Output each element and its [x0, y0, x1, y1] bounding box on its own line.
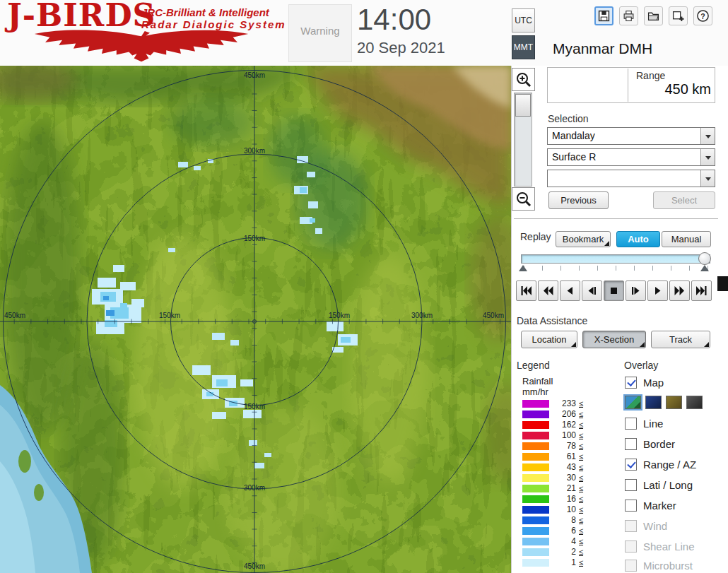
print-button[interactable] [619, 6, 638, 25]
folder-icon [647, 10, 659, 22]
svg-text:450km: 450km [483, 312, 504, 319]
range-value: 450 km [629, 81, 711, 98]
lati-long-checkbox[interactable] [625, 479, 637, 491]
site-select-value: Mandalay [548, 128, 700, 144]
extra-select-value [548, 170, 700, 187]
play-backward-button[interactable] [560, 280, 580, 301]
legend-color-swatch [522, 410, 549, 418]
svg-text:150km: 150km [159, 312, 180, 319]
range-az-checkbox[interactable] [625, 459, 637, 471]
jbirds-app-window: J-BIRDS JRC-Brilliant & Intelligent Rada… [0, 0, 728, 573]
legend-color-swatch [522, 453, 549, 461]
range-box-divider [628, 69, 628, 102]
radar-map[interactable]: 450km 300km 150km 150km 300km 450km 450k… [0, 66, 511, 573]
legend-color-swatch [522, 559, 549, 567]
zoom-in-button[interactable] [512, 68, 535, 91]
legend-color-swatch [522, 442, 549, 450]
step-forward-button[interactable] [626, 280, 646, 301]
xsection-button[interactable]: X-Section [582, 331, 646, 348]
track-button[interactable]: Track [651, 331, 710, 348]
svg-text:150km: 150km [244, 235, 265, 242]
legend-quantity: Rainfall [522, 376, 553, 386]
replay-section-label: Replay [520, 231, 551, 242]
stop-button[interactable] [604, 280, 624, 301]
select-button[interactable]: Select [653, 191, 715, 209]
tagline-line1: JRC-Brilliant & Intelligent [141, 6, 286, 18]
warning-button[interactable]: Warning [288, 4, 352, 62]
overlay-row-marker[interactable]: Marker [625, 500, 676, 512]
fast-rewind-button[interactable] [538, 280, 558, 301]
chevron-down-icon[interactable] [700, 128, 715, 144]
mmt-toggle-button[interactable]: MMT [512, 35, 535, 59]
legend-color-swatch [522, 548, 549, 556]
svg-text:450km: 450km [244, 562, 265, 570]
timeline-start-marker [519, 265, 527, 271]
header-bar: J-BIRDS JRC-Brilliant & Intelligent Rada… [0, 0, 728, 66]
wind-checkbox [625, 520, 637, 532]
border-checkbox[interactable] [625, 438, 637, 450]
legend-color-swatch [522, 516, 549, 524]
bookmark-button[interactable]: Bookmark [556, 231, 611, 247]
legend-row: 8 ≤ [522, 516, 583, 524]
microburst-checkbox [625, 560, 637, 572]
clock-time: 14:00 [357, 3, 431, 37]
export-icon [672, 10, 684, 22]
extra-select[interactable] [547, 170, 715, 187]
overlay-row-map[interactable]: Map [625, 377, 664, 389]
legend-row: 30 ≤ [522, 473, 583, 482]
zoom-out-button[interactable] [512, 187, 535, 211]
map-style-navy-button[interactable] [645, 396, 662, 409]
open-file-button[interactable] [644, 6, 663, 25]
zoom-slider-thumb[interactable] [515, 94, 531, 117]
map-checkbox[interactable] [625, 377, 637, 389]
site-select[interactable]: Mandalay [547, 127, 715, 145]
step-backward-button[interactable] [582, 280, 602, 301]
step-backward-icon [587, 285, 597, 296]
help-button[interactable]: ? [693, 6, 712, 25]
station-title: Myanmar DMH [553, 40, 652, 57]
timeline-position-marker [700, 265, 709, 271]
map-style-olive-button[interactable] [666, 396, 682, 409]
forward-to-end-button[interactable] [691, 280, 712, 301]
legend-row: 10 ≤ [522, 505, 583, 514]
rewind-to-start-button[interactable] [516, 280, 536, 301]
legend-color-swatch [522, 463, 549, 471]
docked-panel-tab[interactable] [717, 276, 728, 291]
marker-checkbox[interactable] [625, 500, 637, 512]
chevron-down-icon[interactable] [700, 149, 715, 165]
map-style-swatches [625, 396, 703, 409]
replay-timeline-track[interactable] [521, 254, 710, 264]
map-style-terrain-button[interactable] [625, 396, 641, 409]
location-button[interactable]: Location [521, 331, 577, 348]
fast-forward-button[interactable] [669, 280, 690, 301]
auto-mode-button[interactable]: Auto [616, 231, 660, 247]
overlay-row-line[interactable]: Line [625, 418, 663, 430]
map-style-gray-button[interactable] [686, 396, 703, 409]
export-button[interactable] [669, 6, 688, 25]
section-divider [514, 218, 718, 219]
line-checkbox[interactable] [625, 418, 637, 430]
svg-text:300km: 300km [244, 484, 265, 492]
clock-date: 20 Sep 2021 [357, 39, 445, 57]
overlay-row-border[interactable]: Border [625, 438, 675, 450]
previous-button[interactable]: Previous [548, 191, 609, 209]
legend-color-swatch [522, 421, 549, 429]
overlay-row-range-az[interactable]: Range / AZ [625, 459, 696, 471]
overlay-title: Overlay [624, 360, 658, 371]
chevron-down-icon[interactable] [700, 170, 715, 187]
utc-toggle-button[interactable]: UTC [512, 8, 535, 33]
manual-mode-button[interactable]: Manual [662, 231, 711, 247]
selection-section-label: Selection [548, 113, 589, 124]
overlay-row-lati-long[interactable]: Lati / Long [625, 479, 693, 491]
stop-icon [609, 285, 619, 296]
magnifier-plus-icon [515, 71, 532, 88]
product-select[interactable]: Surface R [547, 148, 715, 166]
svg-text:150km: 150km [244, 403, 265, 410]
play-forward-button[interactable] [647, 280, 668, 301]
svg-text:?: ? [700, 12, 705, 20]
legend-row: 16 ≤ [522, 495, 583, 503]
save-button[interactable] [594, 6, 613, 25]
legend-color-swatch [522, 495, 549, 503]
skip-to-start-icon [521, 285, 532, 296]
replay-timeline-thumb[interactable] [698, 252, 711, 265]
